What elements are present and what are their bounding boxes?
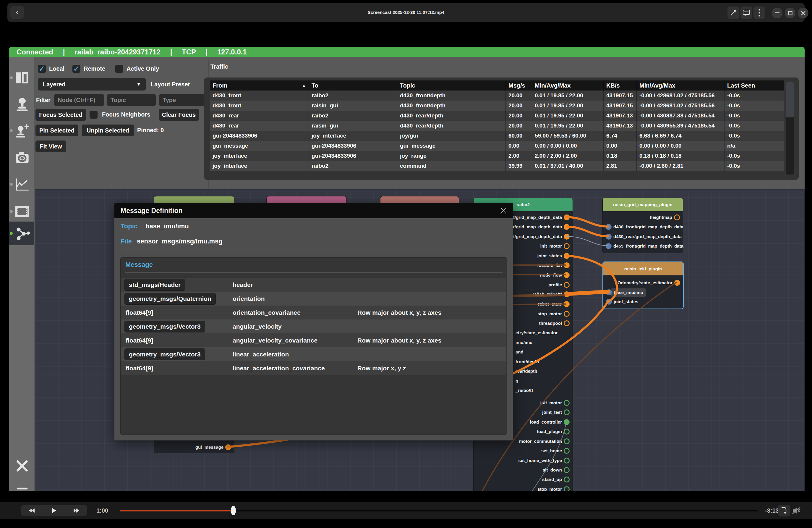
field-type-link[interactable]: geometry_msgs/Vector3 (125, 348, 205, 360)
port-d430-rear-grid-map-depth-data[interactable]: d430_rear/grid_map_depth_data (603, 233, 683, 241)
scrollbar-thumb[interactable] (786, 82, 794, 117)
field-type-link[interactable]: geometry_msgs/Vector3 (125, 320, 205, 332)
port-circle[interactable] (674, 214, 680, 220)
pin-selected-button[interactable]: Pin Selected (35, 125, 78, 137)
focus-selected-button[interactable]: Focus Selected (35, 109, 86, 121)
sidebar-item-hamburger-menu[interactable] (13, 483, 31, 491)
port-d455-front-grid-map-depth-data[interactable]: d455_front/grid_map_depth_data (603, 242, 683, 250)
play-button[interactable] (43, 505, 65, 516)
filter-type-input[interactable] (159, 94, 207, 106)
dialog-titlebar[interactable]: Message Definition (114, 203, 513, 218)
layout-preset-select[interactable]: Layered ▼ (38, 78, 146, 90)
port-circle[interactable] (564, 448, 570, 454)
port-circle[interactable] (606, 289, 612, 295)
column-header-kb-s[interactable]: KB/s (604, 81, 637, 90)
column-header-topic[interactable]: Topic (397, 81, 506, 90)
port-circle[interactable] (606, 243, 612, 249)
focus-neighbors-checkbox[interactable] (90, 111, 98, 119)
active-only-checkbox[interactable] (115, 65, 123, 73)
graph-node-raisin_iekf_plugin[interactable]: raisin_iekf_pluginOdometry/state_estimat… (603, 261, 684, 309)
port-circle[interactable] (606, 224, 612, 230)
port-d430-front-grid-map-depth-data[interactable]: d430_front/grid_map_depth_data (603, 223, 683, 231)
port-circle[interactable] (564, 438, 570, 444)
port-circle[interactable] (564, 272, 570, 278)
remote-checkbox[interactable]: ✓ (72, 65, 81, 73)
table-row[interactable]: joy_interfaceraibo2command39.990.01 / 37… (210, 161, 784, 171)
port-circle[interactable] (564, 253, 570, 259)
port-circle[interactable] (564, 291, 570, 297)
port-circle[interactable] (564, 400, 570, 406)
unpin-selected-button[interactable]: Unpin Selected (82, 125, 134, 137)
port-circle[interactable] (564, 458, 570, 463)
port-circle[interactable] (606, 234, 612, 240)
port-circle[interactable] (564, 301, 570, 307)
scrollbar-track[interactable] (786, 82, 794, 174)
fullscreen-button[interactable] (727, 6, 739, 19)
sidebar-item-camera[interactable] (13, 148, 31, 167)
port-circle[interactable] (564, 486, 570, 491)
port-circle[interactable] (564, 429, 570, 434)
port-circle[interactable] (564, 311, 570, 317)
column-header-min-avg-max[interactable]: Min/Avg/Max (637, 81, 725, 90)
filter-topic-input[interactable] (107, 94, 156, 106)
skip-back-button[interactable] (21, 505, 43, 516)
port-circle[interactable] (564, 419, 570, 425)
table-row[interactable]: d430_frontraibo2d430_front/depth20.000.0… (210, 90, 784, 101)
field-type-link[interactable]: geometry_msgs/Quaternion (125, 293, 216, 305)
port-circle[interactable] (606, 299, 612, 305)
sidebar-item-node-graph[interactable] (13, 224, 31, 243)
progress-track[interactable] (233, 510, 758, 511)
sidebar-item-joystick-add[interactable] (13, 122, 31, 140)
dialog-close-icon[interactable] (500, 207, 507, 214)
port-circle[interactable] (564, 234, 570, 240)
table-row[interactable]: gui-20434833906joy_interfacejoy/gui60.00… (210, 131, 784, 141)
graph-node-raisin_grid_mapping_plugin[interactable]: raisin_grid_mapping_pluginheightmapd430_… (603, 198, 683, 253)
port-circle[interactable] (564, 282, 570, 288)
local-checkbox[interactable]: ✓ (38, 65, 46, 73)
table-row[interactable]: d430_rearraibo2d430_rear/depth20.000.01 … (210, 111, 784, 121)
table-row[interactable]: joy_interfacegui-20434833906joy_range2.0… (210, 151, 784, 161)
clear-focus-button[interactable]: Clear Focus (159, 109, 199, 121)
close-window-button[interactable] (798, 8, 809, 18)
port-base-imu-imu[interactable]: base_imu/imu (603, 288, 683, 296)
port-Odometry-state-estimator[interactable]: Odometry/state_estimator (603, 279, 683, 287)
port-circle[interactable] (564, 467, 570, 473)
port-heightmap[interactable]: heightmap (603, 214, 683, 221)
column-header-msg-s[interactable]: Msg/s (506, 81, 532, 90)
column-header-min-avg-max[interactable]: Min/Avg/Max (532, 81, 604, 90)
field-type-link[interactable]: std_msgs/Header (125, 279, 185, 291)
loop-button[interactable] (778, 505, 791, 516)
table-row[interactable]: gui_messagegui-20434833906gui_message0.0… (210, 141, 784, 151)
progress-handle[interactable] (231, 506, 236, 515)
column-header-to[interactable]: To (309, 81, 397, 90)
minimize-button[interactable] (772, 8, 782, 18)
port-circle[interactable] (564, 224, 570, 230)
port-circle[interactable] (674, 280, 680, 286)
skip-forward-button[interactable] (65, 505, 87, 516)
progress-played[interactable] (120, 510, 233, 511)
port-stand-up[interactable]: stand_up (474, 476, 572, 483)
fit-view-button[interactable]: Fit View (35, 141, 66, 152)
port-circle[interactable] (564, 476, 570, 483)
port-stop-motor[interactable]: stop_motor (474, 485, 572, 491)
port-circle[interactable] (564, 409, 570, 415)
column-header-from[interactable]: From▲ (210, 81, 309, 90)
port-circle[interactable] (564, 243, 570, 249)
table-row[interactable]: d430_rearraisin_guid430_rear/depth20.000… (210, 121, 784, 131)
port-sit-down[interactable]: sit_down (474, 466, 572, 474)
captions-button[interactable] (740, 6, 752, 19)
sidebar-item-chart[interactable] (13, 175, 31, 194)
menu-button[interactable] (753, 6, 765, 19)
column-header-last-seen[interactable]: Last Seen (725, 81, 784, 90)
port-circle[interactable] (564, 320, 570, 326)
sidebar-item-film[interactable] (13, 202, 31, 221)
port-circle[interactable] (564, 262, 570, 268)
port-circle[interactable] (225, 444, 231, 450)
filter-node-input[interactable] (54, 94, 104, 106)
sidebar-item-panels[interactable] (13, 69, 31, 87)
sidebar-item-close-x[interactable] (13, 457, 31, 475)
table-row[interactable]: d430_frontraisin_guid430_front/depth20.0… (210, 101, 784, 111)
port-set-home-with-type[interactable]: set_home_with_type (474, 457, 572, 465)
port-joint-states[interactable]: joint_states (603, 298, 683, 305)
port-circle[interactable] (564, 214, 570, 220)
